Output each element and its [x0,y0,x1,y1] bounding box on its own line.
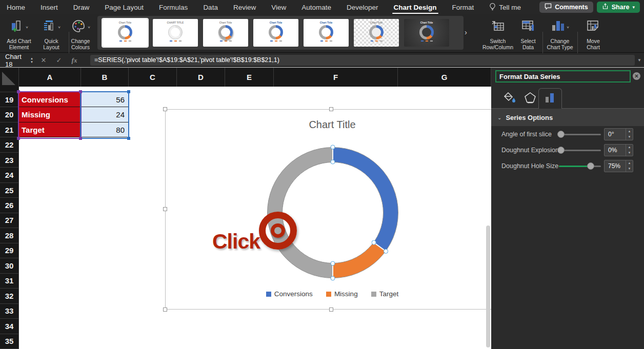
gallery-more-chevron-icon[interactable]: › [465,28,467,36]
chart-resize-handle[interactable] [163,307,167,312]
menu-item-developer[interactable]: Developer [347,0,378,14]
effects-tab[interactable] [523,91,537,107]
column-header-G[interactable]: G [398,68,491,87]
menu-item-page-layout[interactable]: Page Layout [105,0,144,14]
worksheet[interactable]: ABCDEFG 19202122232425262728293031323334… [0,68,491,349]
slider-thumb[interactable] [587,162,594,170]
series-options-header[interactable]: ⌄ Series Options [491,109,644,126]
value-box[interactable]: 75%▲▼ [604,160,633,172]
chart-style-thumbnail-1[interactable]: Chart Title [103,19,148,47]
range-handle[interactable] [127,90,130,93]
fill-line-tab[interactable] [502,91,517,107]
chart-style-thumbnail-7[interactable]: Chart Title [404,19,449,47]
move-chart-button[interactable]: Move Chart [579,16,607,51]
row-header-20[interactable]: 20 [0,107,19,122]
row-header-22[interactable]: 22 [0,137,19,152]
data-point-handle[interactable] [331,160,335,165]
row-header-31[interactable]: 31 [0,274,19,289]
chart-object[interactable]: Chart Title ConversionsMissingTarget Cli… [165,109,491,310]
menu-item-format[interactable]: Format [452,0,474,14]
menu-item-formulas[interactable]: Formulas [159,0,188,14]
chart-resize-handle[interactable] [329,107,333,111]
menu-item-data[interactable]: Data [203,0,218,14]
row-header-19[interactable]: 19 [0,92,19,107]
tell-me[interactable]: Tell me [489,3,521,12]
row-header-25[interactable]: 25 [0,183,19,198]
row-header-29[interactable]: 29 [0,243,19,258]
formula-bar-expand-icon[interactable]: ▼ [637,58,641,63]
value-box[interactable]: 0%▲▼ [604,144,633,156]
menu-item-automate[interactable]: Automate [301,0,331,14]
add-chart-element-button[interactable]: ˅ Add Chart Element [2,16,36,51]
range-handle[interactable] [17,90,20,93]
chart-legend[interactable]: ConversionsMissingTarget [166,290,491,298]
menu-item-home[interactable]: Home [7,0,25,14]
doughnut-chart[interactable] [267,147,398,278]
legend-item-target[interactable]: Target [371,290,399,298]
column-header-C[interactable]: C [129,68,177,87]
row-header-28[interactable]: 28 [0,228,19,243]
range-handle[interactable] [17,137,20,140]
slider-doughnut-explosion[interactable] [559,147,601,154]
value-box[interactable]: 0°▲▼ [604,128,633,140]
cancel-entry-icon[interactable]: ✕ [36,56,51,64]
menu-item-draw[interactable]: Draw [73,0,90,14]
chart-style-thumbnail-2[interactable]: CHART TITLE [153,19,198,47]
chart-options-tab[interactable] [544,91,557,107]
spinner-down-icon[interactable]: ▼ [626,134,633,140]
column-header-A[interactable]: A [19,68,81,87]
row-header-32[interactable]: 32 [0,289,19,303]
menu-item-view[interactable]: View [271,0,286,14]
column-header-F[interactable]: F [274,68,398,87]
spinner[interactable]: ▲▼ [626,129,633,140]
vertical-scrollbar[interactable] [486,225,490,347]
spinner-up-icon[interactable]: ▲ [626,129,633,134]
chart-title[interactable]: Chart Title [166,119,491,131]
menu-item-review[interactable]: Review [233,0,256,14]
column-header-E[interactable]: E [225,68,274,87]
slider-thumb[interactable] [557,131,565,138]
insert-function-icon[interactable]: fx [67,56,82,65]
row-header-23[interactable]: 23 [0,153,19,168]
slider-angle-of-first-slice[interactable] [559,131,601,138]
legend-item-missing[interactable]: Missing [326,290,358,298]
spinner-down-icon[interactable]: ▼ [626,166,633,172]
chart-resize-handle[interactable] [329,307,333,312]
chart-resize-handle[interactable] [163,207,167,211]
close-icon[interactable]: ✕ [633,72,640,80]
share-button[interactable]: Share ▾ [597,2,640,13]
chart-style-thumbnail-5[interactable]: Chart Title [304,19,349,47]
switch-row-column-button[interactable]: Switch Row/Column [481,16,515,51]
name-box-stepper[interactable]: ▲▼ [28,57,36,64]
change-chart-type-button[interactable]: ˅ Change Chart Type [545,16,575,51]
spinner-up-icon[interactable]: ▲ [626,145,633,150]
select-all-corner[interactable] [0,68,19,87]
chart-style-thumbnail-3[interactable]: Chart Title [203,19,248,47]
quick-layout-button[interactable]: ˅ Quick Layout [36,16,67,51]
row-header-34[interactable]: 34 [0,319,19,334]
data-point-handle[interactable] [331,145,335,150]
row-header-26[interactable]: 26 [0,198,19,213]
row-header-27[interactable]: 27 [0,213,19,228]
row-header-35[interactable]: 35 [0,334,19,349]
column-header-B[interactable]: B [81,68,129,87]
chart-style-thumbnail-6[interactable]: Chart Title [354,19,399,47]
chart-resize-handle[interactable] [163,107,167,111]
slider-doughnut-hole-size[interactable] [559,162,601,170]
data-point-handle[interactable] [331,261,335,266]
spinner[interactable]: ▲▼ [626,160,633,172]
menu-item-insert[interactable]: Insert [41,0,58,14]
range-handle[interactable] [79,137,82,140]
spinner-up-icon[interactable]: ▲ [626,160,633,166]
legend-item-conversions[interactable]: Conversions [266,290,313,298]
range-handle[interactable] [79,90,82,93]
column-header-D[interactable]: D [177,68,225,87]
select-data-button[interactable]: Select Data [515,16,541,51]
row-header-24[interactable]: 24 [0,168,19,182]
change-colours-button[interactable]: ˅ Change Colours [65,16,96,51]
chart-style-thumbnail-4[interactable]: Chart Title [253,19,298,47]
confirm-entry-icon[interactable]: ✓ [51,56,67,64]
spinner[interactable]: ▲▼ [626,145,633,156]
spinner-down-icon[interactable]: ▼ [626,150,633,156]
menu-item-chart-design[interactable]: Chart Design [394,0,437,14]
